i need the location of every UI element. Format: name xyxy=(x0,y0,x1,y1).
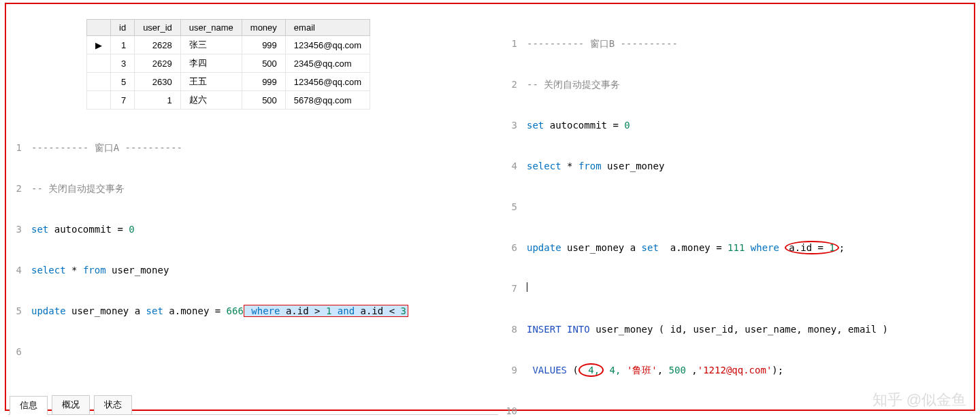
col-money[interactable]: money xyxy=(242,20,285,36)
line-number: 6 xyxy=(504,241,527,254)
cell[interactable]: 李四 xyxy=(180,54,242,73)
window-a-pane: id user_id user_name money email ▶ 1 262… xyxy=(8,5,498,417)
line-number: 1 xyxy=(8,141,31,154)
cell[interactable]: 999 xyxy=(242,36,285,54)
cell[interactable]: 999 xyxy=(242,73,285,91)
code-text: ---------- xyxy=(31,142,88,153)
line-number: 3 xyxy=(504,118,527,132)
table-header-row: id user_id user_name money email xyxy=(87,20,370,36)
cell[interactable]: 2629 xyxy=(135,54,181,73)
col-user-name[interactable]: user_name xyxy=(180,20,242,36)
cell[interactable]: 2345@qq.com xyxy=(285,54,370,73)
circled-value: 4, xyxy=(578,363,604,377)
cell[interactable]: 王五 xyxy=(180,73,242,91)
line-number: 2 xyxy=(8,182,31,195)
line-number: 5 xyxy=(8,304,31,318)
line-number: 5 xyxy=(504,200,527,214)
table-row[interactable]: ▶ 1 2628 张三 999 123456@qq.com xyxy=(87,36,370,54)
cell[interactable]: 3 xyxy=(111,54,135,73)
table-row[interactable]: 3 2629 李四 500 2345@qq.com xyxy=(87,54,370,73)
line-number: 10 xyxy=(504,404,527,417)
tab-info[interactable]: 信息 xyxy=(10,396,48,415)
cell[interactable]: 5678@qq.com xyxy=(285,91,370,110)
line-number: 7 xyxy=(504,282,527,295)
table-row[interactable]: 5 2630 王五 999 123456@qq.com xyxy=(87,73,370,91)
line-number: 3 xyxy=(8,222,31,236)
cell[interactable]: 500 xyxy=(242,91,285,110)
line-number: 9 xyxy=(504,363,527,377)
cell[interactable]: 2628 xyxy=(135,36,181,54)
line-number: 8 xyxy=(504,322,527,336)
output-tabs: 信息 概况 状态 xyxy=(8,395,498,415)
col-id[interactable]: id xyxy=(111,20,135,36)
cell[interactable]: 123456@qq.com xyxy=(285,73,370,91)
circled-condition: a.id = 1 xyxy=(785,241,838,254)
cell[interactable]: 123456@qq.com xyxy=(285,36,370,54)
cell[interactable]: 500 xyxy=(242,54,285,73)
result-grid[interactable]: id user_id user_name money email ▶ 1 262… xyxy=(86,19,370,110)
cell[interactable]: 7 xyxy=(111,91,135,110)
table-row[interactable]: 7 1 赵六 500 5678@qq.com xyxy=(87,91,370,110)
code-text: -- 关闭自动提交事务 xyxy=(31,182,498,195)
cell[interactable]: 5 xyxy=(111,73,135,91)
cell[interactable]: 张三 xyxy=(180,36,242,54)
col-email[interactable]: email xyxy=(285,20,370,36)
line-number: 4 xyxy=(8,263,31,277)
row-selector-header xyxy=(87,20,111,36)
line-number: 6 xyxy=(8,345,31,358)
current-row-marker: ▶ xyxy=(87,36,111,54)
sql-editor-a[interactable]: 1---------- 窗口A ---------- 2-- 关闭自动提交事务 … xyxy=(8,114,498,386)
highlighted-where-clause: where a.id > 1 and a.id < 3 xyxy=(244,305,408,317)
tab-overview[interactable]: 概况 xyxy=(52,395,90,414)
window-b-pane: 1---------- 窗口B ---------- 2-- 关闭自动提交事务 … xyxy=(504,5,972,417)
watermark: 知乎 @似金鱼 xyxy=(872,390,966,410)
cell[interactable]: 赵六 xyxy=(180,91,242,110)
text-cursor xyxy=(527,282,527,292)
tab-status[interactable]: 状态 xyxy=(94,395,132,414)
cell[interactable]: 1 xyxy=(111,36,135,54)
cell[interactable]: 1 xyxy=(135,91,181,110)
line-number: 4 xyxy=(504,159,527,173)
line-number: 2 xyxy=(504,78,527,91)
col-user-id[interactable]: user_id xyxy=(135,20,181,36)
sql-editor-b[interactable]: 1---------- 窗口B ---------- 2-- 关闭自动提交事务 … xyxy=(504,10,972,417)
cell[interactable]: 2630 xyxy=(135,73,181,91)
line-number: 1 xyxy=(504,37,527,50)
